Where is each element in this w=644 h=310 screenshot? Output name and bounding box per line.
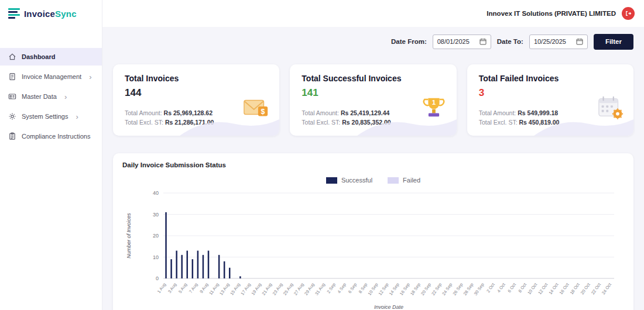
x-tick-label: 11 Aug xyxy=(208,282,220,296)
x-tick-label: 12 Sep xyxy=(378,282,390,297)
x-tick-label: 4 Oct xyxy=(496,281,506,294)
bar-successful xyxy=(203,255,204,278)
x-tick-label: 6 Sep xyxy=(347,282,358,294)
chevron-right-icon: › xyxy=(89,73,91,81)
legend-item-successful[interactable]: Successful xyxy=(326,177,372,184)
x-axis-label: Invoice Date xyxy=(374,304,403,310)
sidebar-item-master-data[interactable]: Master Data › xyxy=(0,88,102,105)
x-tick-label: 10 Oct xyxy=(526,281,539,295)
sidebar: InvoiceSync Dashboard Invoice Management… xyxy=(0,0,102,310)
x-tick-label: 16 Sep xyxy=(399,282,411,297)
y-tick-label: 20 xyxy=(153,233,159,239)
brand-logo[interactable]: InvoiceSync xyxy=(0,0,102,27)
x-tick-label: 26 Sep xyxy=(451,282,464,297)
successful-swatch-icon xyxy=(326,177,337,184)
bar-successful xyxy=(170,259,172,278)
x-tick-label: 4 Sep xyxy=(337,282,348,294)
bar-successful xyxy=(239,276,241,278)
daily-invoice-bar-chart: 0102030401 Aug3 Aug5 Aug7 Aug9 Aug11 Aug… xyxy=(122,186,624,310)
x-tick-label: 7 Aug xyxy=(188,282,198,294)
y-axis-label: Number of Invoices xyxy=(126,213,132,259)
x-tick-label: 27 Aug xyxy=(293,282,305,296)
company-name: Innovex IT Solutions (PRIVATE) LIMITED xyxy=(487,10,616,17)
excl-label: Total Excl. ST: xyxy=(479,119,518,126)
sidebar-item-label: Dashboard xyxy=(22,53,55,60)
date-to-label: Date To: xyxy=(497,38,523,45)
chart-legend: Successful Failed xyxy=(122,177,624,184)
x-tick-label: 1 Aug xyxy=(156,282,167,294)
failed-swatch-icon xyxy=(388,177,399,184)
sidebar-item-invoice-management[interactable]: Invoice Management › xyxy=(0,68,102,85)
brand-name-secondary: Sync xyxy=(55,9,77,19)
logout-button[interactable] xyxy=(622,7,635,20)
calendar-icon[interactable] xyxy=(479,38,487,45)
x-tick-label: 24 Sep xyxy=(441,282,453,297)
bar-successful xyxy=(218,255,220,278)
sidebar-item-system-settings[interactable]: System Settings › xyxy=(0,108,102,125)
x-tick-label: 2 Sep xyxy=(326,282,337,294)
x-tick-label: 25 Aug xyxy=(282,282,294,296)
x-tick-label: 2 Oct xyxy=(485,281,496,294)
amount-label: Total Amount: xyxy=(479,109,516,116)
invoice-document-icon xyxy=(8,73,16,81)
brand-name-primary: Invoice xyxy=(24,9,55,19)
daily-invoice-chart-card: Daily Invoice Submission Status Successf… xyxy=(113,153,633,310)
x-tick-label: 14 Oct xyxy=(547,281,560,295)
x-tick-label: 3 Aug xyxy=(167,282,177,294)
clipboard-icon xyxy=(8,132,16,140)
x-tick-label: 18 Sep xyxy=(409,282,422,297)
x-tick-label: 8 Oct xyxy=(518,281,528,294)
id-card-icon xyxy=(8,92,16,101)
x-tick-label: 18 Oct xyxy=(569,281,581,295)
brand-name: InvoiceSync xyxy=(24,9,77,19)
dashboard-content: Date From: Date To: Filter xyxy=(102,27,644,310)
bar-successful xyxy=(187,251,189,278)
x-tick-label: 5 Aug xyxy=(177,282,188,294)
top-header: Innovex IT Solutions (PRIVATE) LIMITED xyxy=(102,0,644,27)
y-tick-label: 10 xyxy=(153,254,159,260)
x-tick-label: 16 Oct xyxy=(559,281,571,295)
x-tick-label: 22 Oct xyxy=(590,281,602,295)
sidebar-item-label: Invoice Management xyxy=(22,73,81,80)
sidebar-item-label: Compliance Instructions xyxy=(22,133,90,140)
gear-icon xyxy=(8,112,16,120)
legend-label: Failed xyxy=(403,177,420,184)
sidebar-item-compliance-instructions[interactable]: Compliance Instructions xyxy=(0,128,102,145)
x-tick-label: 15 Aug xyxy=(229,282,241,296)
card-wave-decoration xyxy=(534,116,633,136)
card-title: Total Failed Invoices xyxy=(479,74,622,83)
bar-successful xyxy=(192,259,194,278)
home-icon xyxy=(8,53,16,61)
date-from-field[interactable] xyxy=(433,35,491,49)
calendar-icon[interactable] xyxy=(576,38,583,45)
sidebar-nav: Dashboard Invoice Management › Master Da… xyxy=(0,48,102,145)
invoicesync-logo-icon xyxy=(8,8,20,19)
legend-label: Successful xyxy=(341,177,372,184)
x-tick-label: 24 Oct xyxy=(601,281,613,295)
sidebar-item-dashboard[interactable]: Dashboard xyxy=(0,48,102,66)
bar-successful xyxy=(181,255,183,278)
x-tick-label: 20 Oct xyxy=(580,281,592,295)
bar-successful xyxy=(229,268,231,278)
date-to-field[interactable] xyxy=(529,35,588,49)
amount-label: Total Amount: xyxy=(125,109,162,116)
date-to-input[interactable] xyxy=(534,38,573,45)
legend-item-failed[interactable]: Failed xyxy=(388,177,420,184)
total-failed-invoices-card: Total Failed Invoices 3 Total Amount: Rs… xyxy=(467,64,633,136)
filter-button[interactable]: Filter xyxy=(594,34,633,50)
svg-text:1: 1 xyxy=(431,99,436,106)
x-tick-label: 6 Oct xyxy=(506,281,517,294)
x-tick-label: 14 Sep xyxy=(388,282,400,297)
total-successful-invoices-card: Total Successful Invoices 141 Total Amou… xyxy=(290,64,456,136)
main-area: Innovex IT Solutions (PRIVATE) LIMITED D… xyxy=(102,0,644,310)
date-from-input[interactable] xyxy=(437,38,476,45)
chevron-right-icon: › xyxy=(64,93,67,101)
filter-bar: Date From: Date To: Filter xyxy=(113,33,633,50)
x-tick-label: 10 Sep xyxy=(367,282,379,297)
bar-successful xyxy=(197,251,199,278)
x-tick-label: 20 Sep xyxy=(420,282,432,297)
card-title: Total Invoices xyxy=(125,74,268,83)
app-root: InvoiceSync Dashboard Invoice Management… xyxy=(0,0,644,310)
excl-label: Total Excl. ST: xyxy=(125,119,163,126)
x-tick-label: 28 Sep xyxy=(463,282,475,297)
